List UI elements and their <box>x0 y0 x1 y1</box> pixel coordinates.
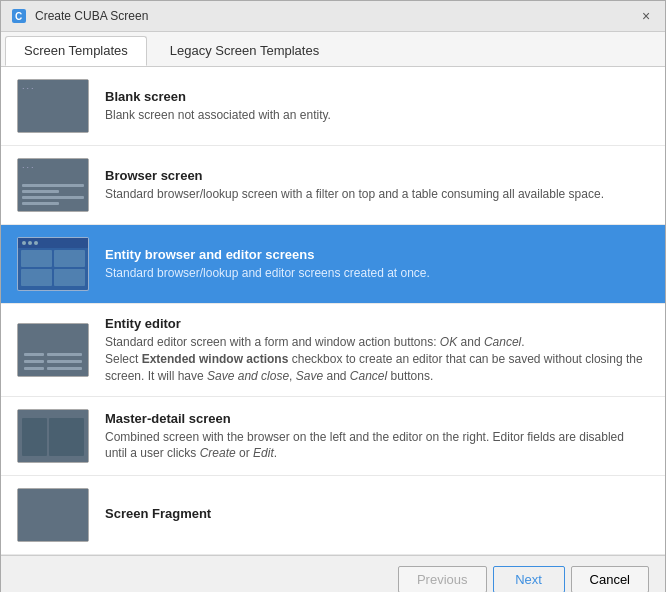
templates-list: Blank screen Blank screen not associated… <box>1 67 665 555</box>
previous-button[interactable]: Previous <box>398 566 487 592</box>
master-detail-icon <box>17 409 89 463</box>
screen-fragment-text: Screen Fragment <box>105 506 649 524</box>
title-bar: C Create CUBA Screen × <box>1 1 665 32</box>
entity-editor-desc: Standard editor screen with a form and w… <box>105 334 649 384</box>
tab-legacy-screen-templates[interactable]: Legacy Screen Templates <box>151 36 338 66</box>
app-icon: C <box>11 8 27 24</box>
browser-screen-title: Browser screen <box>105 168 649 183</box>
master-detail-text: Master-detail screen Combined screen wit… <box>105 411 649 463</box>
blank-screen-desc: Blank screen not associated with an enti… <box>105 107 649 124</box>
entity-browser-editor-icon <box>17 237 89 291</box>
template-blank-screen[interactable]: Blank screen Blank screen not associated… <box>1 67 665 146</box>
screen-fragment-title: Screen Fragment <box>105 506 649 521</box>
entity-browser-editor-title: Entity browser and editor screens <box>105 247 649 262</box>
browser-screen-icon <box>17 158 89 212</box>
browser-screen-desc: Standard browser/lookup screen with a fi… <box>105 186 649 203</box>
entity-editor-title: Entity editor <box>105 316 649 331</box>
master-detail-desc: Combined screen with the browser on the … <box>105 429 649 463</box>
tab-screen-templates[interactable]: Screen Templates <box>5 36 147 66</box>
template-entity-editor[interactable]: Entity editor Standard editor screen wit… <box>1 304 665 397</box>
blank-screen-text: Blank screen Blank screen not associated… <box>105 89 649 124</box>
blank-screen-icon <box>17 79 89 133</box>
next-button[interactable]: Next <box>493 566 565 592</box>
title-bar-left: C Create CUBA Screen <box>11 8 148 24</box>
template-screen-fragment[interactable]: Screen Fragment <box>1 476 665 555</box>
browser-screen-text: Browser screen Standard browser/lookup s… <box>105 168 649 203</box>
screen-fragment-icon <box>17 488 89 542</box>
svg-text:C: C <box>15 11 22 22</box>
entity-editor-text: Entity editor Standard editor screen wit… <box>105 316 649 384</box>
close-button[interactable]: × <box>637 7 655 25</box>
template-entity-browser-editor[interactable]: Entity browser and editor screens Standa… <box>1 225 665 304</box>
entity-browser-editor-desc: Standard browser/lookup and editor scree… <box>105 265 649 282</box>
tabs-container: Screen Templates Legacy Screen Templates <box>1 32 665 67</box>
master-detail-title: Master-detail screen <box>105 411 649 426</box>
template-browser-screen[interactable]: Browser screen Standard browser/lookup s… <box>1 146 665 225</box>
template-master-detail[interactable]: Master-detail screen Combined screen wit… <box>1 397 665 476</box>
blank-screen-title: Blank screen <box>105 89 649 104</box>
create-cuba-screen-dialog: C Create CUBA Screen × Screen Templates … <box>0 0 666 592</box>
entity-browser-editor-text: Entity browser and editor screens Standa… <box>105 247 649 282</box>
cancel-button[interactable]: Cancel <box>571 566 649 592</box>
dialog-title: Create CUBA Screen <box>35 9 148 23</box>
entity-editor-icon <box>17 323 89 377</box>
footer: Previous Next Cancel <box>1 555 665 592</box>
